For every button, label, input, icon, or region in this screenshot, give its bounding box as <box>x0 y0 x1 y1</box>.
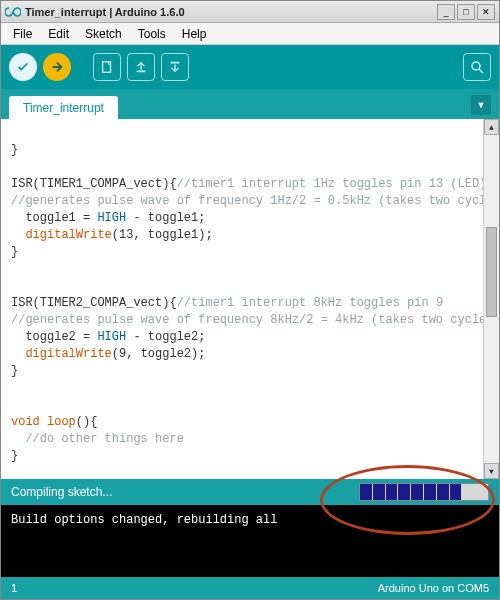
svg-rect-1 <box>137 71 146 73</box>
footer-bar: 1 Arduino Uno on COM5 <box>1 577 499 599</box>
titlebar: Timer_interrupt | Arduino 1.6.0 _ □ ✕ <box>1 1 499 23</box>
serial-monitor-button[interactable] <box>463 53 491 81</box>
svg-rect-2 <box>171 62 180 64</box>
scrollbar-thumb[interactable] <box>486 227 497 317</box>
minimize-button[interactable]: _ <box>437 4 455 20</box>
console-output: Build options changed, rebuilding all <box>1 505 499 577</box>
tab-strip: Timer_interrupt ▼ <box>1 89 499 119</box>
upload-button[interactable] <box>43 53 71 81</box>
save-button[interactable] <box>161 53 189 81</box>
status-text: Compiling sketch... <box>11 485 359 499</box>
verify-button[interactable] <box>9 53 37 81</box>
scroll-down-icon[interactable]: ▼ <box>484 463 499 479</box>
open-button[interactable] <box>127 53 155 81</box>
menu-tools[interactable]: Tools <box>132 25 172 43</box>
svg-point-3 <box>472 62 480 70</box>
menubar: File Edit Sketch Tools Help <box>1 23 499 45</box>
compile-progress <box>359 483 489 501</box>
menu-edit[interactable]: Edit <box>42 25 75 43</box>
board-info: Arduino Uno on COM5 <box>378 582 489 594</box>
scroll-up-icon[interactable]: ▲ <box>484 119 499 135</box>
menu-file[interactable]: File <box>7 25 38 43</box>
tab-menu-button[interactable]: ▼ <box>471 95 491 115</box>
tab-sketch[interactable]: Timer_interrupt <box>9 96 118 119</box>
toolbar <box>1 45 499 89</box>
maximize-button[interactable]: □ <box>457 4 475 20</box>
status-bar: Compiling sketch... <box>1 479 499 505</box>
arduino-logo-icon <box>5 4 21 20</box>
menu-help[interactable]: Help <box>176 25 213 43</box>
console-line: Build options changed, rebuilding all <box>11 513 489 527</box>
close-button[interactable]: ✕ <box>477 4 495 20</box>
window-title: Timer_interrupt | Arduino 1.6.0 <box>25 6 435 18</box>
code-editor[interactable]: } ISR(TIMER1_COMPA_vect){//timer1 interr… <box>1 119 499 479</box>
menu-sketch[interactable]: Sketch <box>79 25 128 43</box>
editor-scrollbar[interactable]: ▲ ▼ <box>483 119 499 479</box>
new-button[interactable] <box>93 53 121 81</box>
line-number: 1 <box>11 582 17 594</box>
